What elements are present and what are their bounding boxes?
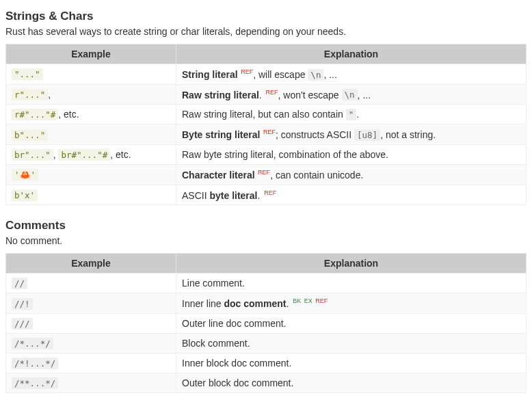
explanation-cell: ASCII byte literal. REF	[176, 185, 527, 205]
example-cell: /**...*/	[6, 373, 176, 392]
code-literal: r"..."	[12, 89, 48, 101]
ref-badge[interactable]: EX	[302, 297, 312, 304]
table-row: /**...*/Outer block doc comment.	[6, 373, 527, 392]
column-header: Example	[6, 254, 176, 274]
explanation-cell: String literal REF, will escape \n, ...	[176, 64, 527, 85]
code-literal: "..."	[12, 68, 43, 80]
code-literal: '🦀'	[12, 169, 38, 181]
reference-table: ExampleExplanation"..."String literal RE…	[5, 44, 527, 205]
code-literal: b'x'	[12, 189, 38, 201]
ref-badge[interactable]: REF	[261, 129, 276, 135]
code-literal: \n	[308, 69, 323, 81]
table-row: '🦀'Character literal REF, can contain un…	[6, 164, 527, 185]
example-cell: /*...*/	[6, 333, 176, 353]
table-row: r#"..."#, etc.Raw string literal, but ca…	[6, 105, 527, 124]
example-cell: b"..."	[6, 124, 176, 145]
explanation-cell: Inner line doc comment. BK EX REF	[176, 293, 527, 314]
example-cell: '🦀'	[6, 164, 176, 185]
ref-badge[interactable]: REF	[264, 189, 276, 196]
table-row: br"...", br#"..."#, etc.Raw byte string …	[6, 144, 527, 164]
explanation-cell: Outer line doc comment.	[176, 313, 527, 333]
example-cell: br"...", br#"..."#, etc.	[6, 144, 176, 164]
ref-badge[interactable]: REF	[314, 297, 328, 304]
code-literal: r#"..."#	[12, 109, 58, 120]
table-row: b"..."Byte string literal REF; construct…	[6, 124, 527, 145]
example-cell: ///	[6, 313, 176, 333]
column-header: Explanation	[176, 44, 527, 64]
table-row: b'x'ASCII byte literal. REF	[6, 185, 527, 205]
bold-text: Byte string literal	[182, 129, 260, 140]
table-row: ///Outer line doc comment.	[6, 313, 527, 333]
example-cell: "..."	[6, 64, 176, 85]
code-literal: /*...*/	[12, 338, 53, 349]
bold-text: Raw string literal	[182, 89, 259, 100]
code-literal: [u8]	[354, 129, 380, 141]
bold-text: doc comment	[224, 298, 286, 309]
table-row: r"...",Raw string literal. REF, won't es…	[6, 84, 527, 105]
ref-badge[interactable]: REF	[239, 68, 254, 75]
example-cell: r"...",	[6, 84, 176, 105]
code-literal: //	[12, 278, 27, 289]
bold-text: Character literal	[182, 170, 255, 181]
reference-table: ExampleExplanation//Line comment.//!Inne…	[5, 253, 527, 393]
table-row: "..."String literal REF, will escape \n,…	[6, 64, 527, 85]
example-cell: b'x'	[6, 185, 176, 205]
code-literal: //!	[12, 298, 33, 310]
code-literal: ///	[12, 318, 33, 330]
explanation-cell: Block comment.	[176, 333, 527, 353]
code-literal: b"..."	[12, 129, 48, 141]
explanation-cell: Raw string literal. REF, won't escape \n…	[176, 84, 527, 105]
explanation-cell: Character literal REF, can contain unico…	[176, 164, 527, 185]
code-literal: /**...*/	[12, 377, 58, 389]
code-literal: "	[346, 109, 357, 120]
explanation-cell: Line comment.	[176, 274, 527, 293]
ref-badge[interactable]: REF	[266, 89, 278, 96]
bold-text: String literal	[182, 69, 238, 80]
table-row: //Line comment.	[6, 274, 527, 293]
table-row: /*...*/Block comment.	[6, 333, 527, 353]
section-title: Comments	[5, 219, 527, 232]
example-cell: //	[6, 274, 176, 293]
table-row: /*!...*/Inner block doc comment.	[6, 353, 527, 373]
column-header: Example	[6, 44, 176, 64]
explanation-cell: Raw string literal, but can also contain…	[176, 105, 527, 124]
bold-text: byte literal	[209, 189, 257, 200]
explanation-cell: Outer block doc comment.	[176, 373, 527, 392]
section-title: Strings & Chars	[5, 10, 527, 23]
example-cell: r#"..."#, etc.	[6, 105, 176, 124]
example-cell: //!	[6, 293, 176, 314]
code-literal: br#"..."#	[58, 149, 110, 161]
explanation-cell: Raw byte string literal, combination of …	[176, 144, 527, 164]
section-lead: No comment.	[5, 235, 527, 246]
code-literal: /*!...*/	[12, 358, 58, 369]
ref-badge[interactable]: REF	[256, 169, 271, 176]
example-cell: /*!...*/	[6, 353, 176, 373]
table-row: //!Inner line doc comment. BK EX REF	[6, 293, 527, 314]
explanation-cell: Byte string literal REF; constructs ASCI…	[176, 124, 527, 145]
code-literal: br"..."	[12, 149, 53, 161]
section-lead: Rust has several ways to create string o…	[5, 26, 527, 37]
column-header: Explanation	[176, 254, 527, 274]
explanation-cell: Inner block doc comment.	[176, 353, 527, 373]
ref-badge[interactable]: BK	[293, 297, 301, 304]
code-literal: \n	[342, 89, 358, 101]
